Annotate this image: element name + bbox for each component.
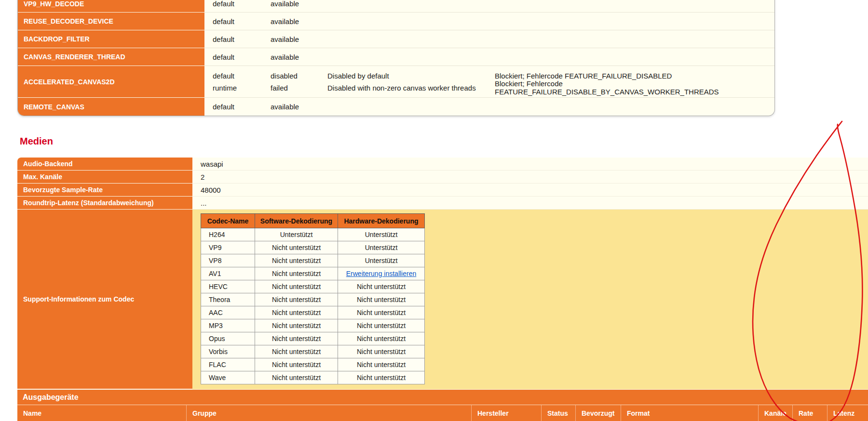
entry-type: default (213, 0, 271, 8)
field-label: Roundtrip-Latenz (Standardabweichung) (17, 197, 192, 210)
entry-failure-log: Blockiert; Fehlercode FEATURE_FAILURE_DI… (495, 79, 774, 96)
software-decoding-cell: Nicht unterstützt (255, 267, 338, 280)
entry-message: Disabled by default (327, 72, 495, 80)
codec-support-table: Codec-Name Software-Dekodierung Hardware… (201, 213, 425, 384)
hardware-decoding-cell: Nicht unterstützt (338, 358, 425, 371)
codec-name-header: Codec-Name (201, 214, 255, 228)
codec-name-cell: Opus (201, 332, 255, 345)
column-header-rate: Rate (793, 405, 827, 421)
software-decoding-cell: Nicht unterstützt (255, 345, 338, 358)
codec-name-cell: Theora (201, 293, 255, 306)
entry-status: available (271, 53, 327, 61)
entry-type: default (213, 17, 271, 26)
column-header-status: Status (542, 405, 576, 421)
codec-name-cell: Wave (201, 371, 255, 384)
entry-type: runtime (213, 84, 271, 92)
hardware-decoding-cell: Nicht unterstützt (338, 293, 425, 306)
table-row: FLACNicht unterstütztNicht unterstützt (201, 358, 425, 371)
table-row: REUSE_DECODER_DEVICE default available (18, 13, 774, 30)
codec-name-cell: Vorbis (201, 345, 255, 358)
table-row: TheoraNicht unterstütztNicht unterstützt (201, 293, 425, 306)
software-decoding-cell: Nicht unterstützt (255, 371, 338, 384)
codec-name-cell: H264 (201, 228, 255, 241)
field-value: 2 (192, 171, 868, 184)
table-row: Roundtrip-Latenz (Standardabweichung) ..… (17, 197, 868, 210)
column-header-latenz: Latenz (827, 405, 868, 421)
entry-status: available (271, 35, 327, 43)
field-label: Bevorzugte Sample-Rate (17, 184, 192, 197)
software-decoding-cell: Unterstützt (255, 228, 338, 241)
software-decoding-cell: Nicht unterstützt (255, 293, 338, 306)
software-decoding-cell: Nicht unterstützt (255, 358, 338, 371)
entry-type: default (213, 35, 271, 43)
software-decoding-cell: Nicht unterstützt (255, 254, 338, 267)
codec-support-row: Support-Informationen zum Codec Codec-Na… (17, 210, 868, 390)
table-row: HEVCNicht unterstütztNicht unterstützt (201, 280, 425, 293)
column-header-hersteller: Hersteller (472, 405, 542, 421)
table-row: REMOTE_CANVAS default available (18, 98, 774, 116)
codec-name-cell: FLAC (201, 358, 255, 371)
hardware-decoding-cell: Unterstützt (338, 241, 425, 254)
field-label: Max. Kanäle (17, 171, 192, 184)
entry-type: default (213, 53, 271, 61)
hardware-decoding-cell: Nicht unterstützt (338, 280, 425, 293)
column-header-bevorzugt: Bevorzugt (576, 405, 621, 421)
column-header-name: Name (17, 405, 187, 421)
codec-name-cell: MP3 (201, 319, 255, 332)
table-row: VP9_HW_DECODE default available (18, 0, 774, 13)
entry-message: Disabled with non-zero canvas worker thr… (327, 84, 495, 92)
column-header-format: Format (621, 405, 759, 421)
entry-status: available (271, 103, 327, 111)
table-row: VP9Nicht unterstütztUnterstützt (201, 241, 425, 254)
column-header-kanaele: Kanäle (759, 405, 793, 421)
software-decoding-cell: Nicht unterstützt (255, 306, 338, 319)
hardware-decoding-cell: Unterstützt (338, 228, 425, 241)
table-row: CANVAS_RENDERER_THREAD default available (18, 48, 774, 66)
field-value: wasapi (192, 158, 868, 171)
codec-name-cell: HEVC (201, 280, 255, 293)
table-row: H264UnterstütztUnterstützt (201, 228, 425, 241)
entry-type: default (213, 103, 271, 111)
software-decoding-cell: Nicht unterstützt (255, 332, 338, 345)
table-row: Max. Kanäle 2 (17, 171, 868, 184)
hardware-decoding-cell: Nicht unterstützt (338, 306, 425, 319)
hardware-decoding-cell: Nicht unterstützt (338, 371, 425, 384)
codec-name-cell: AAC (201, 306, 255, 319)
media-table: Audio-Backend wasapi Max. Kanäle 2 Bevor… (17, 158, 868, 421)
entry-status: available (271, 0, 327, 8)
table-header-row: Codec-Name Software-Dekodierung Hardware… (201, 214, 425, 228)
hardware-decoding-header: Hardware-Dekodierung (338, 214, 425, 228)
entry-failure-log: Blockiert; Fehlercode FEATURE_FAILURE_DI… (495, 72, 774, 80)
table-row: BACKDROP_FILTER default available (18, 30, 774, 48)
column-header-gruppe: Gruppe (187, 405, 472, 421)
entry-status: disabled (271, 72, 327, 80)
hardware-decoding-cell: Nicht unterstützt (338, 319, 425, 332)
table-row: Bevorzugte Sample-Rate 48000 (17, 184, 868, 197)
output-devices-column-headers: Name Gruppe Hersteller Status Bevorzugt … (17, 405, 868, 421)
software-decoding-header: Software-Dekodierung (255, 214, 338, 228)
hardware-decoding-cell: Unterstützt (338, 254, 425, 267)
table-row: AV1Nicht unterstütztErweiterung installi… (201, 267, 425, 280)
software-decoding-cell: Nicht unterstützt (255, 241, 338, 254)
table-row: WaveNicht unterstütztNicht unterstützt (201, 371, 425, 384)
codec-name-cell: VP8 (201, 254, 255, 267)
hardware-decoding-cell: Nicht unterstützt (338, 345, 425, 358)
table-row: Audio-Backend wasapi (17, 158, 868, 171)
graphics-feature-table: VP9_HW_DECODE default available REUSE_DE… (17, 0, 775, 116)
codec-support-area: Codec-Name Software-Dekodierung Hardware… (192, 210, 868, 389)
field-value: 48000 (192, 184, 868, 197)
feature-name: VP9_HW_DECODE (18, 0, 204, 13)
output-devices-title: Ausgabegeräte (23, 393, 79, 402)
codec-support-label: Support-Informationen zum Codec (17, 210, 192, 389)
table-row: OpusNicht unterstütztNicht unterstützt (201, 332, 425, 345)
feature-name: BACKDROP_FILTER (18, 30, 204, 48)
table-row: ACCELERATED_CANVAS2D default disabled Di… (18, 66, 774, 98)
hardware-decoding-cell: Erweiterung installieren (338, 267, 425, 280)
feature-name: ACCELERATED_CANVAS2D (18, 66, 204, 98)
install-extension-link[interactable]: Erweiterung installieren (346, 270, 417, 277)
feature-name: REUSE_DECODER_DEVICE (18, 13, 204, 30)
codec-name-cell: AV1 (201, 267, 255, 280)
media-section-heading: Medien (20, 136, 53, 147)
feature-name: CANVAS_RENDERER_THREAD (18, 48, 204, 66)
codec-name-cell: VP9 (201, 241, 255, 254)
